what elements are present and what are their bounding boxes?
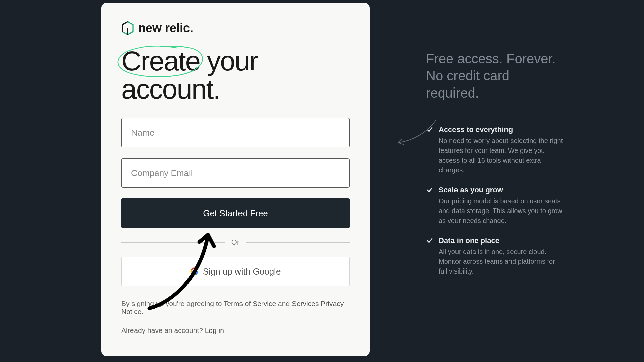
signup-card: new relic. Create your account. Get Star… [101,3,370,356]
email-field[interactable] [121,158,350,188]
benefit-desc: Our pricing model is based on user seats… [439,196,564,226]
logo: new relic. [121,21,350,35]
side-panel: Free access. Forever. No credit card req… [426,50,564,287]
check-icon [426,186,433,194]
terms-link[interactable]: Terms of Service [224,300,276,307]
page-title: Create your account. [121,47,350,103]
benefit-title: Data in one place [439,236,564,245]
benefit-title: Scale as you grow [439,186,564,194]
newrelic-logo-icon [121,21,134,35]
legal-text: By signing up you're agreeing to Terms o… [121,300,350,316]
check-icon [426,237,433,244]
check-icon [426,126,433,133]
benefit-title: Access to everything [439,125,564,134]
login-prompt: Already have an account? Log in [121,326,350,335]
benefit-item: Access to everything No need to worry ab… [426,125,564,175]
divider-label: Or [231,238,239,247]
google-logo-icon [190,267,198,276]
divider: Or [121,238,350,247]
benefit-desc: No need to worry about selecting the rig… [439,136,564,175]
google-button-label: Sign up with Google [203,266,281,277]
benefit-item: Scale as you grow Our pricing model is b… [426,186,564,226]
google-signup-button[interactable]: Sign up with Google [121,257,350,286]
benefit-item: Data in one place All your data is in on… [426,236,564,276]
login-link[interactable]: Log in [205,326,224,334]
logo-text: new relic. [138,21,193,35]
benefit-desc: All your data is in one, secure cloud. M… [439,247,564,276]
heading-wrap: Create your account. [121,47,350,103]
name-field[interactable] [121,118,350,147]
get-started-button[interactable]: Get Started Free [121,198,350,228]
side-headline: Free access. Forever. No credit card req… [426,50,564,102]
